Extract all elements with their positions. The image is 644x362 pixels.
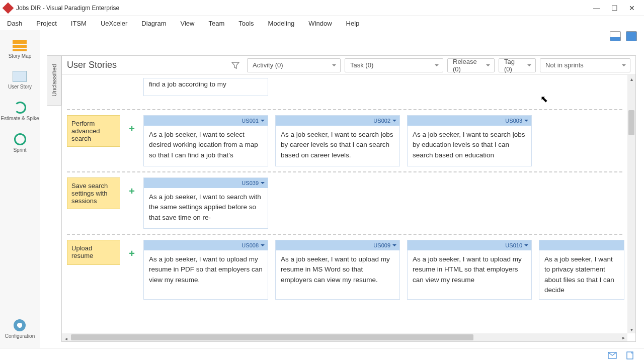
filter-icon[interactable] xyxy=(231,61,240,70)
story-text: find a job according to my xyxy=(144,78,268,96)
menu-bar: Dash Project ITSM UeXceler Diagram View … xyxy=(0,16,644,30)
menu-itsm[interactable]: ITSM xyxy=(71,20,87,27)
story-card[interactable]: US001 As a job seeker, I want to select … xyxy=(143,115,268,166)
story-text: As a job seeker, I want to select desire… xyxy=(144,126,268,166)
tab-unclassified[interactable]: Unclassified xyxy=(47,55,61,106)
filter-sprints[interactable]: Not in sprints xyxy=(540,58,630,72)
user-story-icon xyxy=(13,71,27,82)
menu-team[interactable]: Team xyxy=(208,20,224,27)
panel-heading: User Stories xyxy=(67,60,117,70)
menu-view[interactable]: View xyxy=(180,20,194,27)
story-card[interactable]: find a job according to my xyxy=(143,78,268,96)
story-id-header[interactable]: US008 xyxy=(144,240,268,250)
menu-diagram[interactable]: Diagram xyxy=(141,20,166,27)
chevron-down-icon xyxy=(261,244,265,248)
estimate-icon xyxy=(14,102,26,114)
story-text: As a job seeker, I want to search jobs b… xyxy=(408,126,531,166)
filter-activity[interactable]: Activity (0) xyxy=(247,58,341,72)
story-text: As a job seeker, I want to upload my res… xyxy=(408,250,531,291)
add-story-button[interactable]: + xyxy=(127,248,136,259)
story-row: Upload resume + US008 As a job seeker, I… xyxy=(67,234,622,305)
story-card[interactable]: US010 As a job seeker, I want to upload … xyxy=(407,240,532,300)
maximize-button[interactable]: ☐ xyxy=(611,4,618,12)
story-card[interactable]: As a job seeker, I want to privacy state… xyxy=(539,240,624,300)
app-icon xyxy=(3,2,14,14)
menu-tools[interactable]: Tools xyxy=(238,20,254,27)
status-bar xyxy=(0,348,644,362)
close-button[interactable]: ✕ xyxy=(629,4,635,12)
scroll-left-icon[interactable]: ◂ xyxy=(62,335,70,343)
epic-card[interactable]: Save search settings with sessions xyxy=(67,177,120,209)
rail-sprint[interactable]: Sprint xyxy=(13,133,26,153)
story-card[interactable]: US009 As a job seeker, I want to upload … xyxy=(275,240,400,300)
story-map-icon xyxy=(13,40,27,51)
menu-dash[interactable]: Dash xyxy=(7,20,22,27)
sprint-icon xyxy=(14,133,26,145)
view-mode-1-icon[interactable] xyxy=(610,31,621,41)
story-canvas: + find a job according to my Perform adv… xyxy=(62,75,627,333)
story-text: As a job seeker, I want to privacy state… xyxy=(539,250,624,299)
gear-icon xyxy=(14,319,26,331)
note-icon[interactable] xyxy=(626,351,635,359)
story-card[interactable]: US008 As a job seeker, I want to upload … xyxy=(143,240,268,300)
menu-uexceler[interactable]: UeXceler xyxy=(101,20,127,27)
story-row: + find a job according to my xyxy=(67,79,622,109)
story-card[interactable]: US003 As a job seeker, I want to search … xyxy=(407,115,532,166)
story-id-header[interactable]: US009 xyxy=(276,240,399,250)
epic-card[interactable]: Perform advanced search xyxy=(67,115,120,147)
scroll-thumb[interactable] xyxy=(628,110,634,135)
menu-modeling[interactable]: Modeling xyxy=(268,20,295,27)
scroll-right-icon[interactable]: ▸ xyxy=(619,333,627,341)
rail-label: User Story xyxy=(8,84,32,89)
story-id-header[interactable]: US002 xyxy=(276,116,399,126)
window-title: Jobs DIR - Visual Paradigm Enterprise xyxy=(16,5,593,12)
rail-label: Estimate & Spike xyxy=(1,116,39,121)
story-text: As a job seeker, I want to upload my res… xyxy=(276,250,399,291)
story-id-header[interactable]: US003 xyxy=(408,116,531,126)
chevron-down-icon xyxy=(524,120,528,124)
filter-release[interactable]: Release (0) xyxy=(447,58,495,72)
scroll-up-icon[interactable]: ▴ xyxy=(627,75,635,83)
chevron-down-icon xyxy=(261,120,265,124)
rail-label: Configuration xyxy=(5,333,35,339)
rail-estimate[interactable]: Estimate & Spike xyxy=(1,102,39,121)
story-card[interactable]: US039 As a job seeker, I want to search … xyxy=(143,177,268,229)
view-mode-2-icon[interactable] xyxy=(626,31,637,41)
menu-window[interactable]: Window xyxy=(308,20,332,27)
scroll-down-icon[interactable]: ▾ xyxy=(627,325,635,333)
minimize-button[interactable]: — xyxy=(593,4,600,12)
mail-icon[interactable] xyxy=(608,351,617,359)
filter-tag[interactable]: Tag (0) xyxy=(499,58,536,72)
story-row: Perform advanced search + US001 As a job… xyxy=(67,109,622,171)
epic-card[interactable]: Upload resume xyxy=(67,240,120,265)
chevron-down-icon xyxy=(524,244,528,248)
story-id-header[interactable]: US010 xyxy=(408,240,531,250)
rail-story-map[interactable]: Story Map xyxy=(9,40,32,59)
add-story-button[interactable]: + xyxy=(127,186,136,197)
story-id-header[interactable]: US001 xyxy=(144,116,268,126)
chevron-down-icon xyxy=(392,244,396,248)
view-toolbar xyxy=(610,31,637,41)
story-card[interactable]: US002 As a job seeker, I want to search … xyxy=(275,115,400,166)
chevron-down-icon xyxy=(261,182,265,186)
main-panel: User Stories Activity (0) Task (0) Relea… xyxy=(61,55,636,342)
rail-configuration[interactable]: Configuration xyxy=(5,319,35,339)
story-id-header[interactable] xyxy=(539,240,624,250)
vertical-scrollbar[interactable]: ▴ ▾ xyxy=(627,75,635,333)
add-story-button[interactable]: + xyxy=(127,123,136,135)
chevron-down-icon xyxy=(392,120,396,124)
horizontal-scrollbar[interactable]: ◂ ▸ xyxy=(62,333,627,341)
filter-task[interactable]: Task (0) xyxy=(345,58,443,72)
story-id-header[interactable]: US039 xyxy=(144,178,268,188)
story-text: As a job seeker, I want to upload my res… xyxy=(144,250,268,291)
menu-project[interactable]: Project xyxy=(36,20,56,27)
rail-user-story[interactable]: User Story xyxy=(8,71,32,89)
scroll-thumb[interactable] xyxy=(71,334,473,340)
left-rail: Story Map User Story Estimate & Spike Sp… xyxy=(0,30,40,348)
story-row: Save search settings with sessions + US0… xyxy=(67,171,622,234)
rail-label: Sprint xyxy=(13,147,26,153)
filter-bar: User Stories Activity (0) Task (0) Relea… xyxy=(62,56,635,75)
menu-help[interactable]: Help xyxy=(346,20,360,27)
story-text: As a job seeker, I want to search with t… xyxy=(144,188,268,228)
rail-label: Story Map xyxy=(9,53,32,59)
